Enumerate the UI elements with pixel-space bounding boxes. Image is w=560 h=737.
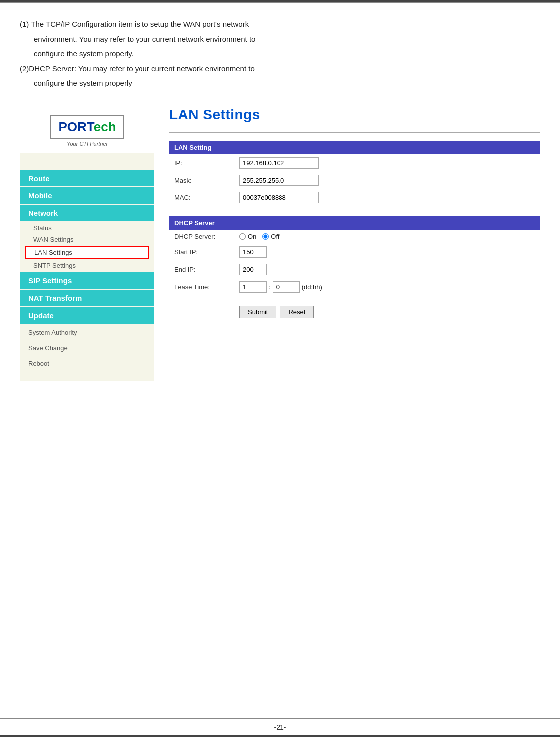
intro-line1-cont2: configure the system properly. [20, 47, 540, 60]
logo-text: PORTech [58, 125, 116, 133]
lan-ip-value-cell [234, 154, 540, 172]
dhcp-on-label[interactable]: On [239, 233, 256, 240]
dhcp-off-label[interactable]: Off [262, 233, 279, 240]
start-ip-input[interactable] [239, 246, 267, 258]
main-area: LAN Settings LAN Setting IP: Mask: [169, 107, 540, 318]
lan-mac-label: MAC: [169, 189, 234, 206]
sidebar-item-sip-settings[interactable]: SIP Settings [20, 272, 154, 289]
dhcp-settings-table: DHCP Server DHCP Server: On Off [169, 216, 540, 296]
sidebar-item-nat-transform[interactable]: NAT Transform [20, 290, 154, 306]
sub-nav-wan-settings[interactable]: WAN Settings [25, 234, 154, 245]
page-title: LAN Settings [169, 107, 540, 123]
page-number: -21- [274, 723, 286, 731]
sidebar-item-system-authority[interactable]: System Authority [20, 325, 154, 340]
lan-ip-label: IP: [169, 154, 234, 172]
sidebar-item-network[interactable]: Network [20, 205, 154, 221]
start-ip-value-cell [234, 243, 540, 261]
form-button-row: Submit Reset [169, 306, 540, 318]
dhcp-server-label: DHCP Server: [169, 230, 234, 243]
dhcp-off-radio[interactable] [262, 233, 269, 240]
sidebar-logo: PORTech Your CTI Partner [20, 107, 154, 153]
intro-line1: (1) The TCP/IP Configuration item is to … [20, 18, 540, 31]
lan-section-header: LAN Setting [169, 141, 540, 154]
dhcp-on-radio[interactable] [239, 233, 246, 240]
intro-line1-cont: environment. You may refer to your curre… [20, 33, 540, 46]
start-ip-label: Start IP: [169, 243, 234, 261]
lease-dd-input[interactable] [239, 281, 267, 293]
lan-mask-label: Mask: [169, 172, 234, 189]
lan-ip-row: IP: [169, 154, 540, 172]
lan-mask-value-cell [234, 172, 540, 189]
sidebar-item-mobile[interactable]: Mobile [20, 187, 154, 204]
lan-mask-row: Mask: [169, 172, 540, 189]
lan-section-header-row: LAN Setting [169, 141, 540, 154]
lease-hh-input[interactable] [273, 281, 300, 293]
end-ip-input[interactable] [239, 264, 267, 275]
lan-mask-input[interactable] [239, 175, 319, 186]
lan-settings-table: LAN Setting IP: Mask: MAC: [169, 141, 540, 206]
intro-line2: (2)DHCP Server: You may refer to your cu… [20, 62, 540, 75]
end-ip-value-cell [234, 261, 540, 278]
main-content: (1) The TCP/IP Configuration item is to … [0, 3, 560, 718]
submit-button[interactable]: Submit [239, 306, 276, 318]
sidebar-nav: Route Mobile Network Status WAN Settings… [20, 162, 154, 371]
lease-time-label: Lease Time: [169, 278, 234, 296]
body-layout: PORTech Your CTI Partner Route Mobile Ne… [20, 107, 540, 381]
start-ip-row: Start IP: [169, 243, 540, 261]
sub-nav: Status WAN Settings LAN Settings SNTP Se… [20, 222, 154, 271]
dhcp-radio-group: On Off [239, 233, 535, 240]
sidebar-item-update[interactable]: Update [20, 307, 154, 324]
intro-line2-cont: configure the system properly [20, 77, 540, 90]
section-divider [169, 132, 540, 133]
intro-section: (1) The TCP/IP Configuration item is to … [20, 18, 540, 92]
sub-nav-status[interactable]: Status [25, 222, 154, 234]
footer: -21- [0, 718, 560, 737]
sidebar-item-route[interactable]: Route [20, 170, 154, 186]
logo-port: PORT [58, 119, 93, 134]
lease-separator: : [269, 283, 271, 291]
lease-hint: (dd:hh) [302, 283, 322, 291]
logo-subtitle: Your CTI Partner [67, 141, 108, 147]
dhcp-section-header: DHCP Server [169, 216, 540, 230]
lease-time-row: Lease Time: : (dd:hh) [169, 278, 540, 296]
sub-nav-sntp-settings[interactable]: SNTP Settings [25, 260, 154, 271]
sub-nav-lan-settings[interactable]: LAN Settings [25, 246, 149, 259]
lease-time-inputs: : (dd:hh) [239, 281, 535, 293]
logo-box: PORTech [50, 115, 124, 139]
lan-mac-row: MAC: [169, 189, 540, 206]
sidebar: PORTech Your CTI Partner Route Mobile Ne… [20, 107, 154, 381]
dhcp-server-row: DHCP Server: On Off [169, 230, 540, 243]
dhcp-section-header-row: DHCP Server [169, 216, 540, 230]
logo-ech: ech [94, 119, 116, 134]
lease-time-value-cell: : (dd:hh) [234, 278, 540, 296]
sidebar-item-reboot[interactable]: Reboot [20, 356, 154, 371]
lan-mac-input[interactable] [239, 192, 319, 203]
reset-button[interactable]: Reset [280, 306, 314, 318]
end-ip-row: End IP: [169, 261, 540, 278]
lan-mac-value-cell [234, 189, 540, 206]
dhcp-server-options-cell: On Off [234, 230, 540, 243]
end-ip-label: End IP: [169, 261, 234, 278]
lan-ip-input[interactable] [239, 157, 319, 169]
sidebar-item-save-change[interactable]: Save Change [20, 340, 154, 356]
